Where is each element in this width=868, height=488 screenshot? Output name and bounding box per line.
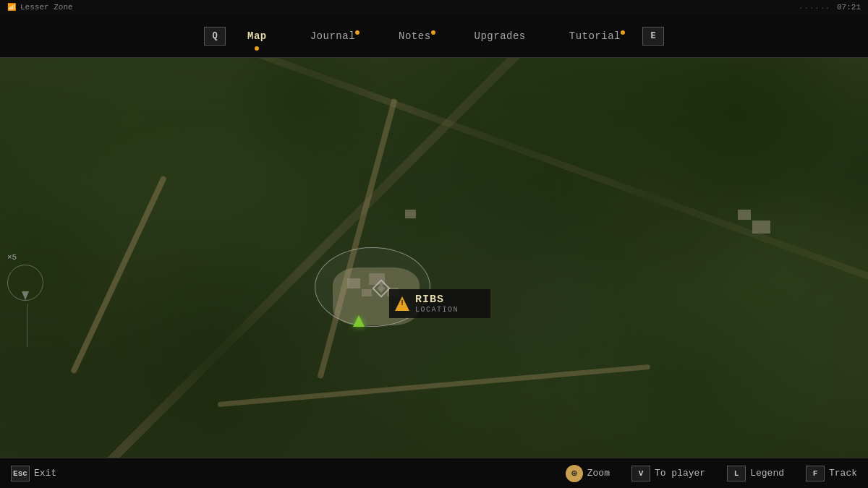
map-area[interactable]: RIBS LOCATION ×5: [0, 58, 868, 458]
nav-tab-journal[interactable]: Journal: [289, 25, 377, 48]
legend-item[interactable]: L Legend: [727, 466, 784, 481]
zoom-icon: ⊕: [566, 465, 583, 482]
tooltip-content: RIBS LOCATION: [415, 294, 459, 314]
clock: 07:21: [837, 3, 861, 12]
notes-notification-dot: [431, 30, 435, 35]
tutorial-notification-dot: [621, 30, 625, 35]
system-bar: 📶 Lesser Zone ...... 07:21: [0, 0, 868, 14]
zoom-line: [27, 304, 28, 347]
nav-tab-map[interactable]: Map: [226, 25, 289, 48]
nav-bar: Q Map Journal Notes Upgrades Tutorial E: [0, 14, 868, 58]
nav-tab-tutorial[interactable]: Tutorial: [548, 25, 642, 48]
v-key[interactable]: V: [631, 466, 650, 481]
player-marker: [353, 315, 365, 327]
map-background: RIBS LOCATION ×5: [0, 58, 868, 458]
location-tooltip: RIBS LOCATION: [389, 289, 490, 318]
road-2: [317, 98, 397, 379]
zoom-indicator: ×5: [7, 253, 47, 347]
f-key[interactable]: F: [806, 466, 825, 481]
zoom-level: ×5: [7, 253, 47, 262]
building-4: [405, 210, 416, 218]
nav-key-q[interactable]: Q: [204, 27, 226, 46]
to-player-label: To player: [655, 468, 705, 479]
road-1: [70, 175, 167, 374]
bottom-bar: Esc Exit ⊕ Zoom V To player L Legend F T…: [0, 458, 868, 488]
app-title: Lesser Zone: [20, 3, 73, 12]
location-type: LOCATION: [415, 306, 459, 314]
exit-label: Exit: [34, 468, 56, 479]
building-7: [738, 210, 751, 220]
to-player-item[interactable]: V To player: [631, 466, 705, 481]
building-8: [752, 221, 770, 234]
compass-arrow: [22, 291, 29, 300]
zoom-item[interactable]: ⊕ Zoom: [566, 465, 610, 482]
nav-key-e[interactable]: E: [642, 27, 664, 46]
warning-icon: [395, 296, 409, 311]
nav-tab-notes[interactable]: Notes: [377, 25, 453, 48]
location-name: RIBS: [415, 294, 459, 306]
l-key[interactable]: L: [727, 466, 746, 481]
track-label: Track: [829, 468, 857, 479]
track-item[interactable]: F Track: [806, 466, 857, 481]
esc-key[interactable]: Esc: [11, 466, 30, 481]
signal-icon: 📶: [7, 3, 16, 12]
compass-circle: [7, 265, 43, 301]
exit-item[interactable]: Esc Exit: [11, 466, 56, 481]
nav-tab-upgrades[interactable]: Upgrades: [453, 25, 548, 48]
journal-notification-dot: [355, 30, 359, 35]
legend-label: Legend: [750, 468, 784, 479]
road-3: [218, 364, 650, 407]
dots-indicator: ......: [799, 4, 831, 11]
zoom-label: Zoom: [587, 468, 610, 479]
